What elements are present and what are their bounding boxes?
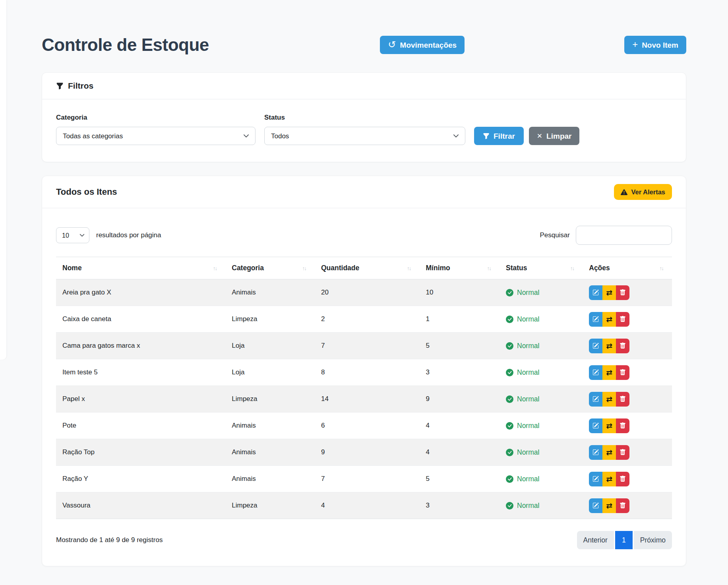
movement-button[interactable]: ⇄ bbox=[602, 339, 616, 353]
movement-button[interactable]: ⇄ bbox=[602, 498, 616, 513]
filter-actions: Filtrar ✕ Limpar bbox=[474, 127, 579, 145]
edit-button[interactable] bbox=[589, 498, 602, 513]
column-header-quantidade[interactable]: Quantidade ↑↓ bbox=[315, 257, 420, 279]
cell-quantidade: 20 bbox=[315, 279, 420, 306]
swap-arrows-icon: ⇄ bbox=[606, 315, 612, 324]
check-circle-icon bbox=[506, 502, 513, 509]
cell-categoria: Loja bbox=[225, 333, 315, 359]
cell-quantidade: 6 bbox=[315, 413, 420, 439]
check-circle-icon bbox=[506, 395, 513, 403]
status-badge: Normal bbox=[506, 289, 576, 297]
page-length-select[interactable]: 10 bbox=[56, 227, 89, 243]
ver-alertas-button[interactable]: Ver Alertas bbox=[614, 184, 672, 200]
cell-categoria: Animais bbox=[225, 466, 315, 492]
edit-button[interactable] bbox=[589, 312, 602, 327]
trash-icon bbox=[620, 396, 626, 402]
categoria-label: Categoria bbox=[56, 114, 256, 122]
action-button-group: ⇄ bbox=[589, 418, 629, 433]
cell-categoria: Limpeza bbox=[225, 386, 315, 413]
column-header-minimo[interactable]: Mínimo ↑↓ bbox=[420, 257, 500, 279]
edit-button[interactable] bbox=[589, 392, 602, 407]
cell-acoes: ⇄ bbox=[583, 466, 672, 492]
column-header-acoes[interactable]: Ações ↑↓ bbox=[583, 257, 672, 279]
filtrar-button[interactable]: Filtrar bbox=[474, 127, 524, 145]
cell-acoes: ⇄ bbox=[583, 413, 672, 439]
cell-quantidade: 7 bbox=[315, 466, 420, 492]
items-card-header: Todos os Itens Ver Alertas bbox=[42, 176, 686, 208]
column-header-nome[interactable]: Nome ↑↓ bbox=[56, 257, 225, 279]
cell-quantidade: 14 bbox=[315, 386, 420, 413]
movement-button[interactable]: ⇄ bbox=[602, 285, 616, 300]
page-length-label: resultados por página bbox=[96, 231, 161, 239]
sort-icon: ↑↓ bbox=[570, 265, 574, 271]
sort-icon: ↑↓ bbox=[302, 265, 306, 271]
movement-button[interactable]: ⇄ bbox=[602, 392, 616, 407]
page-header: Controle de Estoque ↺ Movimentações + No… bbox=[42, 35, 686, 55]
edit-button[interactable] bbox=[589, 339, 602, 353]
warning-icon bbox=[621, 189, 627, 196]
categoria-select[interactable]: Todas as categorias bbox=[56, 127, 256, 145]
table-row: Cama para gatos marca x Loja 7 5 Normal bbox=[56, 333, 672, 359]
cell-status: Normal bbox=[500, 333, 583, 359]
action-button-group: ⇄ bbox=[589, 472, 629, 486]
delete-button[interactable] bbox=[616, 365, 629, 380]
cell-nome: Papel x bbox=[56, 386, 225, 413]
action-button-group: ⇄ bbox=[589, 365, 629, 380]
cell-categoria: Animais bbox=[225, 279, 315, 306]
delete-button[interactable] bbox=[616, 445, 629, 460]
items-card: Todos os Itens Ver Alertas 10 resultados… bbox=[42, 176, 686, 566]
column-header-status[interactable]: Status ↑↓ bbox=[500, 257, 583, 279]
action-button-group: ⇄ bbox=[589, 339, 629, 353]
movimentacoes-button[interactable]: ↺ Movimentações bbox=[380, 36, 465, 54]
cell-nome: Caixa de caneta bbox=[56, 306, 225, 333]
edit-button[interactable] bbox=[589, 285, 602, 300]
delete-button[interactable] bbox=[616, 339, 629, 353]
delete-button[interactable] bbox=[616, 472, 629, 486]
sort-icon: ↑↓ bbox=[660, 265, 664, 271]
table-row: Papel x Limpeza 14 9 Normal bbox=[56, 386, 672, 413]
movement-button[interactable]: ⇄ bbox=[602, 365, 616, 380]
movement-button[interactable]: ⇄ bbox=[602, 312, 616, 327]
novo-item-button[interactable]: + Novo Item bbox=[624, 36, 686, 54]
pagination: Anterior 1 Próximo bbox=[577, 531, 672, 549]
cell-categoria: Limpeza bbox=[225, 492, 315, 519]
swap-arrows-icon: ⇄ bbox=[606, 368, 612, 377]
status-select[interactable]: Todos bbox=[264, 127, 465, 145]
cell-acoes: ⇄ bbox=[583, 306, 672, 333]
cell-minimo: 10 bbox=[420, 279, 500, 306]
pagination-page-1-button[interactable]: 1 bbox=[615, 531, 633, 549]
cell-minimo: 5 bbox=[420, 466, 500, 492]
pagination-previous-button[interactable]: Anterior bbox=[577, 531, 614, 549]
edit-button[interactable] bbox=[589, 365, 602, 380]
status-badge: Normal bbox=[506, 475, 576, 483]
cell-quantidade: 8 bbox=[315, 359, 420, 386]
sort-icon: ↑↓ bbox=[407, 265, 411, 271]
limpar-button[interactable]: ✕ Limpar bbox=[529, 127, 580, 145]
movement-button[interactable]: ⇄ bbox=[602, 418, 616, 433]
delete-button[interactable] bbox=[616, 312, 629, 327]
edit-button[interactable] bbox=[589, 445, 602, 460]
delete-button[interactable] bbox=[616, 418, 629, 433]
action-button-group: ⇄ bbox=[589, 285, 629, 300]
cell-categoria: Loja bbox=[225, 359, 315, 386]
search-label: Pesquisar bbox=[540, 231, 570, 239]
pagination-next-button[interactable]: Próximo bbox=[634, 531, 672, 549]
filters-card-header: Filtros bbox=[42, 73, 686, 99]
edit-button[interactable] bbox=[589, 472, 602, 486]
swap-arrows-icon: ⇄ bbox=[606, 341, 612, 351]
cell-status: Normal bbox=[500, 386, 583, 413]
delete-button[interactable] bbox=[616, 392, 629, 407]
movement-button[interactable]: ⇄ bbox=[602, 472, 616, 486]
search-input[interactable] bbox=[576, 226, 672, 245]
delete-button[interactable] bbox=[616, 498, 629, 513]
cell-acoes: ⇄ bbox=[583, 492, 672, 519]
swap-arrows-icon: ⇄ bbox=[606, 288, 612, 297]
table-row: Vassoura Limpeza 4 3 Normal bbox=[56, 492, 672, 519]
edit-button[interactable] bbox=[589, 418, 602, 433]
movement-button[interactable]: ⇄ bbox=[602, 445, 616, 460]
delete-button[interactable] bbox=[616, 285, 629, 300]
cell-status: Normal bbox=[500, 492, 583, 519]
column-header-categoria[interactable]: Categoria ↑↓ bbox=[225, 257, 315, 279]
sort-icon: ↑↓ bbox=[213, 265, 217, 271]
swap-arrows-icon: ⇄ bbox=[606, 475, 612, 484]
